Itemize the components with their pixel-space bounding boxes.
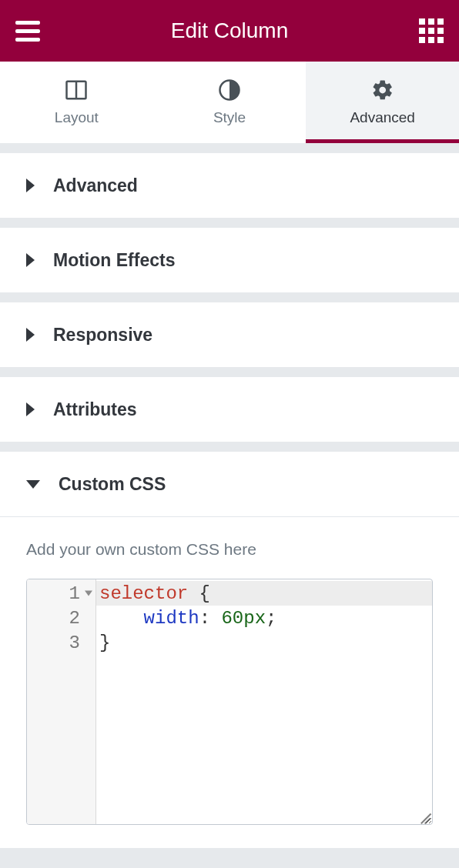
- fold-icon[interactable]: [85, 591, 92, 596]
- chevron-right-icon: [26, 402, 35, 416]
- tab-style[interactable]: Style: [153, 62, 307, 143]
- panel-padding: [0, 825, 459, 848]
- css-colon: :: [199, 608, 222, 629]
- chevron-right-icon: [26, 253, 35, 267]
- code-area[interactable]: selector { width: 60px; }: [96, 579, 432, 824]
- css-brace: }: [99, 633, 110, 653]
- css-selector: selector: [99, 583, 188, 604]
- gear-icon: [371, 78, 394, 102]
- code-line-1: selector {: [99, 581, 429, 606]
- section-advanced: Advanced: [0, 153, 459, 218]
- tab-layout[interactable]: Layout: [0, 62, 153, 143]
- css-brace: {: [188, 583, 210, 604]
- section-responsive-title: Responsive: [53, 325, 152, 346]
- customcss-hint: Add your own custom CSS here: [26, 540, 433, 559]
- section-advanced-header[interactable]: Advanced: [0, 153, 459, 218]
- section-customcss: Custom CSS Add your own custom CSS here …: [0, 452, 459, 848]
- customcss-editor[interactable]: 1 2 3 selector { width: 60px; }: [26, 579, 433, 825]
- section-customcss-header[interactable]: Custom CSS: [0, 452, 459, 516]
- indent: [99, 608, 144, 629]
- tab-advanced-label: Advanced: [350, 109, 415, 126]
- gutter-number: 3: [69, 633, 80, 653]
- section-responsive-header[interactable]: Responsive: [0, 302, 459, 367]
- code-line-2: width: 60px;: [99, 606, 429, 630]
- section-advanced-title: Advanced: [53, 175, 138, 196]
- menu-icon[interactable]: [15, 21, 40, 42]
- gutter-number: 2: [69, 608, 80, 629]
- css-semicolon: ;: [266, 608, 276, 629]
- section-responsive: Responsive: [0, 302, 459, 367]
- section-customcss-title: Custom CSS: [59, 474, 166, 495]
- gutter-number: 1: [69, 583, 80, 604]
- chevron-right-icon: [26, 328, 35, 342]
- tab-style-label: Style: [213, 109, 246, 126]
- chevron-down-icon: [26, 480, 40, 489]
- section-motion-header[interactable]: Motion Effects: [0, 228, 459, 292]
- code-gutter: 1 2 3: [27, 579, 96, 824]
- section-attributes: Attributes: [0, 377, 459, 442]
- customcss-panel: Add your own custom CSS here 1 2 3 selec…: [0, 517, 459, 825]
- tabs: Layout Style Advanced: [0, 62, 459, 143]
- section-attributes-header[interactable]: Attributes: [0, 377, 459, 442]
- style-icon: [218, 78, 241, 102]
- header-title: Edit Column: [171, 18, 289, 43]
- section-motion-title: Motion Effects: [53, 250, 175, 271]
- tab-advanced[interactable]: Advanced: [306, 62, 459, 143]
- layout-icon: [65, 78, 88, 102]
- gutter-line-3: 3: [27, 630, 95, 655]
- gutter-line-1: 1: [27, 581, 95, 606]
- app-header: Edit Column: [0, 0, 459, 62]
- chevron-right-icon: [26, 179, 35, 192]
- section-attributes-title: Attributes: [53, 399, 137, 420]
- apps-icon[interactable]: [419, 18, 444, 43]
- code-line-3: }: [99, 630, 429, 655]
- section-motion: Motion Effects: [0, 228, 459, 292]
- css-property: width: [144, 608, 199, 629]
- css-value: 60px: [221, 608, 266, 629]
- tab-layout-label: Layout: [55, 109, 99, 126]
- gutter-line-2: 2: [27, 606, 95, 630]
